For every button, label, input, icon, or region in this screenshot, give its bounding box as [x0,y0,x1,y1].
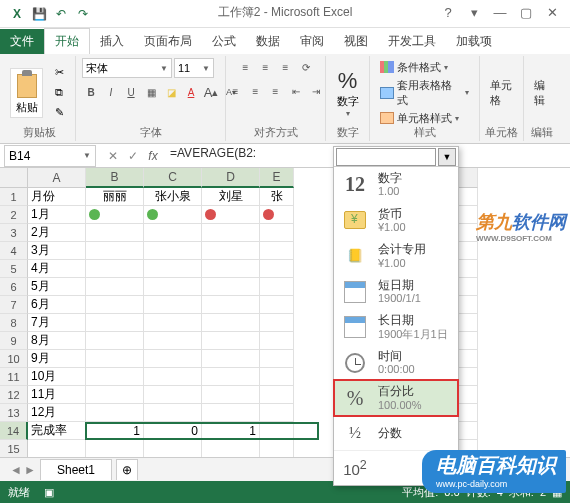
font-size-select[interactable]: 11▼ [174,58,214,78]
cancel-formula-icon[interactable]: ✕ [104,147,122,165]
numfmt-time[interactable]: 时间0:00:00 [334,345,458,381]
numfmt-long-date[interactable]: 长日期1900年1月1日 [334,309,458,345]
cell[interactable]: 4月 [28,260,86,278]
fx-icon[interactable]: fx [144,147,162,165]
sheet-nav-next-icon[interactable]: ► [24,463,36,477]
cell[interactable]: 丽丽 [86,188,144,206]
cell[interactable] [202,260,260,278]
cell[interactable] [144,440,202,458]
select-all-corner[interactable] [0,168,28,188]
cell[interactable] [260,422,294,440]
new-sheet-button[interactable]: ⊕ [116,459,138,480]
row-header[interactable]: 1 [0,188,28,206]
copy-icon[interactable]: ⧉ [49,84,69,102]
excel-icon[interactable]: X [6,3,28,25]
cell[interactable] [86,206,144,224]
cell[interactable]: 张小泉 [144,188,202,206]
row-header[interactable]: 4 [0,242,28,260]
cell[interactable] [202,296,260,314]
cell[interactable]: 10月 [28,368,86,386]
cell[interactable]: 8月 [28,332,86,350]
align-middle-icon[interactable]: ≡ [257,58,275,76]
cell[interactable] [260,386,294,404]
cell[interactable] [86,368,144,386]
align-left-icon[interactable]: ≡ [227,82,245,100]
cell[interactable] [260,296,294,314]
cell[interactable] [86,314,144,332]
cell[interactable] [260,278,294,296]
tab-data[interactable]: 数据 [246,29,290,54]
cell[interactable] [86,278,144,296]
tab-insert[interactable]: 插入 [90,29,134,54]
cell[interactable]: 6月 [28,296,86,314]
ribbon-toggle-icon[interactable]: ▾ [462,2,486,22]
cell[interactable] [86,440,144,458]
row-header[interactable]: 13 [0,404,28,422]
cell[interactable] [144,404,202,422]
cell[interactable]: 刘星 [202,188,260,206]
sheet-nav-prev-icon[interactable]: ◄ [10,463,22,477]
numfmt-accounting[interactable]: 📒 会计专用¥1.00 [334,238,458,274]
conditional-format-button[interactable]: 条件格式▾ [376,59,473,76]
row-header[interactable]: 3 [0,224,28,242]
row-header[interactable]: 8 [0,314,28,332]
align-top-icon[interactable]: ≡ [237,58,255,76]
cell[interactable] [86,296,144,314]
cell[interactable]: 9月 [28,350,86,368]
indent-increase-icon[interactable]: ⇥ [307,82,325,100]
cell[interactable]: 7月 [28,314,86,332]
cell[interactable] [260,224,294,242]
cell[interactable] [144,386,202,404]
cell[interactable]: 1 [86,422,144,440]
cell[interactable] [202,314,260,332]
cell[interactable] [202,206,260,224]
align-center-icon[interactable]: ≡ [247,82,265,100]
cell[interactable]: 月份 [28,188,86,206]
table-format-button[interactable]: 套用表格格式▾ [376,77,473,109]
cell[interactable] [144,224,202,242]
cell[interactable]: 完成率 [28,422,86,440]
cell[interactable]: 5月 [28,278,86,296]
row-header[interactable]: 11 [0,368,28,386]
cell[interactable] [202,332,260,350]
align-right-icon[interactable]: ≡ [267,82,285,100]
cell[interactable] [260,332,294,350]
cell[interactable]: 11月 [28,386,86,404]
help-icon[interactable]: ? [436,2,460,22]
cell[interactable] [144,350,202,368]
cell[interactable]: 3月 [28,242,86,260]
orientation-icon[interactable]: ⟳ [297,58,315,76]
cell[interactable] [202,224,260,242]
tab-dev[interactable]: 开发工具 [378,29,446,54]
cell[interactable] [260,314,294,332]
row-header[interactable]: 7 [0,296,28,314]
tab-formula[interactable]: 公式 [202,29,246,54]
cell[interactable] [144,242,202,260]
accept-formula-icon[interactable]: ✓ [124,147,142,165]
bold-button[interactable]: B [82,83,100,101]
macro-record-icon[interactable]: ▣ [44,486,54,499]
fill-color-button[interactable]: ◪ [162,83,180,101]
cell[interactable] [202,350,260,368]
number-format-button[interactable]: % 数字 ▾ [332,68,363,118]
cell[interactable] [86,386,144,404]
cell[interactable] [86,260,144,278]
paste-button[interactable]: 粘贴 [10,68,43,118]
grow-font-icon[interactable]: A▴ [202,83,220,101]
row-header[interactable]: 15 [0,440,28,458]
cell[interactable] [144,206,202,224]
underline-button[interactable]: U [122,83,140,101]
cell[interactable] [144,314,202,332]
row-header[interactable]: 14 [0,422,28,440]
save-icon[interactable]: 💾 [28,3,50,25]
cut-icon[interactable]: ✂ [49,64,69,82]
cell[interactable] [260,350,294,368]
cell[interactable]: 1月 [28,206,86,224]
cell[interactable] [202,278,260,296]
maximize-icon[interactable]: ▢ [514,2,538,22]
numfmt-fraction[interactable]: ½ 分数 [334,416,458,450]
minimize-icon[interactable]: — [488,2,512,22]
cell[interactable] [202,440,260,458]
cell[interactable] [202,386,260,404]
cell[interactable] [144,278,202,296]
